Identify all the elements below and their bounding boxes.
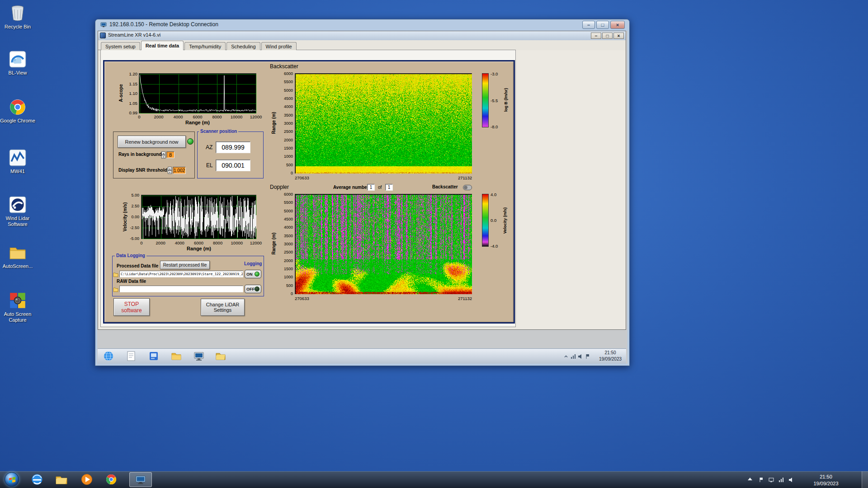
tick-label: 3500 bbox=[284, 234, 293, 238]
remote-clock[interactable]: 21:50 19/09/2023 bbox=[596, 350, 625, 362]
host-clock[interactable]: 21:50 19/09/2023 bbox=[807, 474, 845, 487]
taskbar-rdp-active-button[interactable] bbox=[129, 472, 152, 487]
doppler-plot-frame bbox=[295, 194, 472, 294]
tick-label: 12000 bbox=[250, 240, 262, 245]
az-label: AZ bbox=[206, 144, 212, 150]
az-value-field[interactable]: 089.999 bbox=[216, 141, 250, 153]
app-titlebar bbox=[98, 31, 626, 40]
doppler-heatmap bbox=[296, 195, 472, 294]
desktop-icon-google-chrome[interactable]: Google Chrome bbox=[0, 98, 35, 124]
remote-tray-chevron-icon[interactable] bbox=[563, 353, 569, 358]
raw-logging-toggle[interactable]: OFF bbox=[245, 285, 261, 293]
tab-wind-profile[interactable]: Wind profile bbox=[261, 42, 297, 50]
backscatter-y-ticks: 6000550050004500400035003000250020001500… bbox=[277, 71, 293, 175]
tray-flag-icon[interactable] bbox=[759, 476, 764, 482]
rdp-close-button[interactable] bbox=[610, 21, 625, 29]
taskbar-media-player-icon[interactable] bbox=[80, 473, 93, 486]
desktop-icon-wind-lidar-software[interactable]: Wind Lidar Software bbox=[0, 195, 35, 227]
rays-value-field[interactable]: 8 bbox=[166, 151, 175, 158]
tick-label: 2000 bbox=[284, 138, 293, 142]
backscatter-heatmap bbox=[296, 74, 472, 174]
tick-label: 2000 bbox=[154, 240, 167, 245]
tick-label: -2.50 bbox=[130, 225, 139, 230]
remote-taskbar-icon-app[interactable] bbox=[148, 351, 159, 361]
spin-up-icon[interactable] bbox=[168, 167, 172, 170]
doppler-colorbar bbox=[482, 194, 489, 247]
snr-value-field[interactable]: 1.002 bbox=[173, 167, 186, 174]
tick-label: 0.0 bbox=[491, 218, 496, 223]
remote-tray-network-icon[interactable] bbox=[571, 353, 576, 358]
data-logging-title: Data Logging bbox=[115, 253, 146, 258]
tray-chevron-icon[interactable] bbox=[748, 478, 752, 480]
el-value-field[interactable]: 090.001 bbox=[216, 160, 250, 171]
remote-tray-volume-icon[interactable] bbox=[578, 353, 583, 358]
remote-tray-flag-icon[interactable] bbox=[585, 353, 590, 358]
desktop-icon-mw41[interactable]: MW41 bbox=[0, 148, 35, 174]
taskbar-explorer-icon[interactable] bbox=[55, 473, 68, 486]
screen-capture-icon bbox=[8, 291, 27, 310]
snr-spinner[interactable] bbox=[168, 167, 172, 174]
renew-background-button[interactable]: Renew background now bbox=[118, 136, 186, 148]
tray-network-icon[interactable] bbox=[778, 476, 784, 482]
app-close-button[interactable] bbox=[613, 33, 624, 39]
rays-spinner[interactable] bbox=[161, 151, 165, 158]
off-label: OFF bbox=[246, 287, 255, 291]
tray-volume-icon[interactable] bbox=[788, 476, 794, 482]
tick-label: 0 bbox=[133, 114, 146, 119]
spin-down-icon[interactable] bbox=[168, 170, 172, 174]
stop-software-button[interactable]: STOP software bbox=[113, 298, 150, 316]
spin-up-icon[interactable] bbox=[161, 151, 165, 155]
app-minimize-button[interactable] bbox=[591, 33, 601, 39]
remote-taskbar-icon-folder[interactable] bbox=[171, 351, 182, 361]
remote-taskbar-icon-browser[interactable] bbox=[103, 351, 114, 361]
raw-path-field[interactable] bbox=[119, 286, 243, 292]
rdp-maximize-button[interactable] bbox=[596, 21, 609, 29]
change-lidar-settings-button[interactable]: Change LiDAR Settings bbox=[201, 299, 245, 316]
velocity-y-axis-label: Velocity (m/s) bbox=[123, 194, 128, 239]
remote-clock-date: 19/09/2023 bbox=[596, 356, 625, 362]
tab-scheduling[interactable]: Scheduling bbox=[226, 42, 260, 50]
processed-path-field[interactable]: C:\Lidar\Data\Proc\2023\202309\20230919\… bbox=[119, 271, 243, 277]
remote-taskbar-icon-notepad[interactable] bbox=[126, 351, 137, 361]
spin-down-icon[interactable] bbox=[161, 155, 165, 159]
tick-label: 1.10 bbox=[129, 91, 138, 96]
app-restore-button[interactable] bbox=[602, 33, 613, 39]
tick-label: 5500 bbox=[284, 80, 293, 84]
tab-temp-humidity[interactable]: Temp/humidity bbox=[184, 42, 226, 50]
folder-icon bbox=[8, 243, 27, 262]
remote-taskbar-icon-monitor[interactable] bbox=[193, 351, 204, 361]
taskbar-ie-icon[interactable] bbox=[31, 473, 43, 486]
desktop-icon-label: Wind Lidar Software bbox=[0, 216, 35, 227]
tick-label: 2000 bbox=[152, 114, 165, 119]
desktop-icon-auto-screen-capture[interactable]: Auto Screen Capture bbox=[0, 291, 35, 323]
tick-label: 3500 bbox=[284, 113, 293, 117]
tick-label: 5500 bbox=[284, 200, 293, 205]
processed-logging-toggle[interactable]: ON bbox=[245, 270, 261, 278]
tick-label: 10000 bbox=[230, 114, 243, 119]
remote-taskbar-icon-explorer[interactable] bbox=[215, 351, 226, 361]
tick-label: 2.50 bbox=[131, 204, 139, 208]
raw-path-browse-icon[interactable] bbox=[113, 286, 118, 292]
desktop-icon-autoscreen[interactable]: AutoScreen... bbox=[0, 243, 35, 269]
tick-label: 0 bbox=[291, 171, 293, 175]
processed-path-browse-icon[interactable] bbox=[113, 271, 118, 277]
average-number-field[interactable]: 1 bbox=[367, 184, 375, 191]
tick-label: 1000 bbox=[284, 154, 293, 159]
desktop-icon-label: MW41 bbox=[0, 169, 35, 174]
show-desktop-button[interactable] bbox=[862, 471, 868, 488]
taskbar-chrome-icon[interactable] bbox=[105, 473, 118, 486]
logging-label: Logging bbox=[243, 261, 263, 266]
tab-system-setup[interactable]: System setup bbox=[101, 42, 140, 50]
start-button[interactable] bbox=[5, 472, 19, 487]
desktop-icon-recycle-bin[interactable]: Recycle Bin bbox=[0, 4, 35, 30]
tray-monitor-icon[interactable] bbox=[769, 476, 774, 482]
tick-label: 271132 bbox=[458, 175, 472, 180]
backscatter-toggle[interactable] bbox=[463, 185, 472, 190]
rdp-minimize-button[interactable] bbox=[582, 21, 595, 29]
tab-real-time-data[interactable]: Real time data bbox=[141, 41, 184, 50]
velocity-y-ticks: 5.002.500.00-2.50-5.00 bbox=[127, 193, 139, 241]
tick-label: 0 bbox=[135, 240, 148, 245]
average-of-field[interactable]: 1 bbox=[385, 184, 393, 191]
restart-processed-file-button[interactable]: Restart processed file bbox=[160, 261, 210, 269]
desktop-icon-bl-view[interactable]: BL-View bbox=[0, 50, 35, 76]
